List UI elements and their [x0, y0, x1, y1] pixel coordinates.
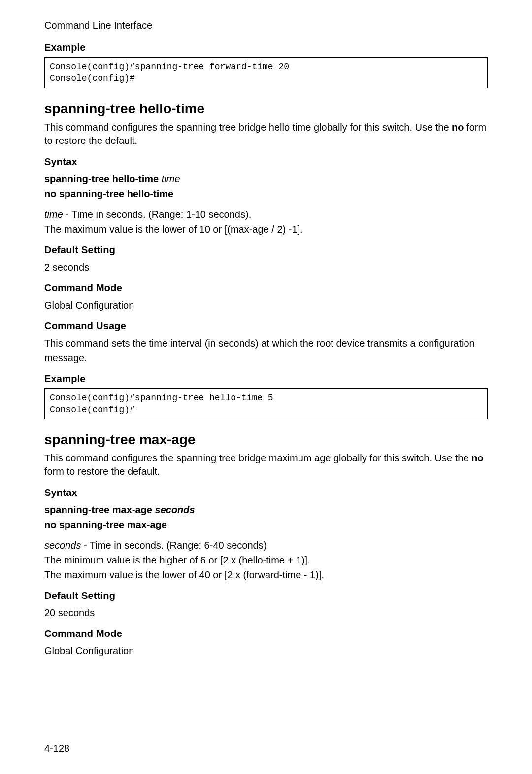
syntax-no-form: no spanning-tree hello-time — [44, 188, 173, 199]
section-label-example: Example — [44, 373, 488, 385]
section-label-syntax: Syntax — [44, 487, 488, 498]
default-value: 2 seconds — [44, 260, 488, 275]
param-desc: - Time in seconds. (Range: 1-10 seconds)… — [63, 209, 251, 220]
param-block: seconds - Time in seconds. (Range: 6-40 … — [44, 538, 488, 582]
keyword-no: no — [471, 453, 483, 463]
syntax-command: spanning-tree max-age — [44, 504, 155, 515]
param-name: time — [44, 209, 63, 220]
section-label-default: Default Setting — [44, 590, 488, 601]
param-extra: The minimum value is the higher of 6 or … — [44, 555, 310, 565]
syntax-arg: time — [162, 174, 180, 184]
running-header: Command Line Interface — [44, 20, 488, 31]
keyword-no: no — [452, 122, 464, 133]
syntax-block: spanning-tree max-age seconds no spannin… — [44, 502, 488, 532]
syntax-block: spanning-tree hello-time time no spannin… — [44, 172, 488, 201]
code-block: Console(config)#spanning-tree forward-ti… — [44, 57, 488, 88]
text: This command configures the spanning tre… — [44, 453, 471, 463]
param-name: seconds — [44, 540, 81, 551]
syntax-arg: seconds — [155, 504, 195, 515]
page-number: 4-128 — [44, 743, 69, 754]
usage-text: This command sets the time interval (in … — [44, 336, 488, 365]
command-title-hello-time: spanning-tree hello-time — [44, 101, 488, 117]
syntax-no-form: no spanning-tree max-age — [44, 519, 167, 530]
text: This command configures the spanning tre… — [44, 122, 452, 133]
param-extra: The maximum value is the lower of 10 or … — [44, 224, 303, 235]
param-extra: The maximum value is the lower of 40 or … — [44, 569, 324, 580]
text: form to restore the default. — [44, 466, 160, 477]
command-title-max-age: spanning-tree max-age — [44, 432, 488, 448]
section-label-mode: Command Mode — [44, 628, 488, 639]
command-intro: This command configures the spanning tre… — [44, 452, 488, 478]
mode-value: Global Configuration — [44, 643, 488, 658]
syntax-command: spanning-tree hello-time — [44, 174, 162, 184]
section-label-mode: Command Mode — [44, 282, 488, 294]
mode-value: Global Configuration — [44, 298, 488, 313]
default-value: 20 seconds — [44, 605, 488, 620]
param-block: time - Time in seconds. (Range: 1-10 sec… — [44, 207, 488, 237]
section-label-example: Example — [44, 42, 488, 53]
param-desc: - Time in seconds. (Range: 6-40 seconds) — [81, 540, 267, 551]
section-label-default: Default Setting — [44, 245, 488, 256]
section-label-usage: Command Usage — [44, 320, 488, 332]
section-label-syntax: Syntax — [44, 156, 488, 168]
command-intro: This command configures the spanning tre… — [44, 121, 488, 147]
code-block: Console(config)#spanning-tree hello-time… — [44, 388, 488, 420]
